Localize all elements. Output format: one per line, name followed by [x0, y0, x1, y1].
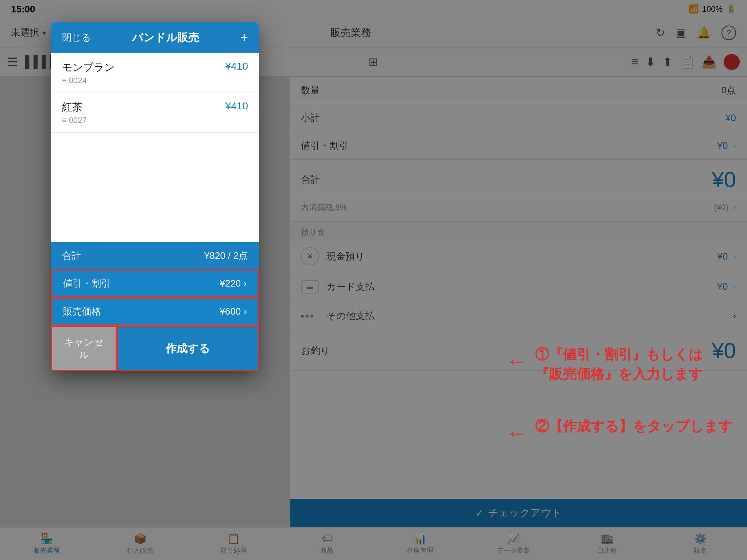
- callout-1: ← ①『値引・割引』もしくは『販売価格』を入力します: [535, 345, 732, 384]
- callout-area: ← ①『値引・割引』もしくは『販売価格』を入力します ← ②【作成する】をタップ…: [535, 345, 732, 436]
- modal-overlay: 閉じる バンドル販売 + モンブラン ¥410 ≡0024 紅茶 ¥410: [0, 0, 747, 560]
- modal-body: モンブラン ¥410 ≡0024 紅茶 ¥410 ≡0027: [51, 53, 259, 242]
- modal-title: バンドル販売: [132, 30, 199, 45]
- modal-item-1: 紅茶 ¥410 ≡0027: [51, 93, 259, 133]
- item-0-name: モンブラン: [62, 61, 115, 74]
- modal-cancel-button[interactable]: キャンセル: [51, 326, 117, 371]
- modal-item-0: モンブラン ¥410 ≡0024: [51, 53, 259, 93]
- modal-footer: 合計 ¥820 / 2点 値引・割引 -¥220 › 販売価格 ¥600 › キ…: [51, 242, 259, 371]
- item-1-name: 紅茶: [62, 100, 82, 114]
- modal-total-value: ¥820 / 2点: [204, 249, 248, 262]
- item-1-code: ≡0027: [62, 116, 248, 125]
- modal-price-value: ¥600 ›: [220, 306, 247, 317]
- modal-create-button[interactable]: 作成する: [117, 326, 259, 371]
- item-0-price: ¥410: [225, 61, 248, 72]
- bundle-modal: 閉じる バンドル販売 + モンブラン ¥410 ≡0024 紅茶 ¥410: [51, 22, 259, 371]
- callout-2: ← ②【作成する】をタップします: [535, 417, 732, 436]
- item-1-price: ¥410: [225, 100, 248, 112]
- modal-close-button[interactable]: 閉じる: [62, 31, 91, 44]
- item-0-code: ≡0024: [62, 76, 248, 85]
- modal-add-button[interactable]: +: [240, 30, 248, 45]
- modal-discount-row[interactable]: 値引・割引 -¥220 ›: [51, 269, 259, 298]
- callout-text-content: ①『値引・割引』もしくは『販売価格』を入力します: [535, 345, 732, 384]
- modal-header: 閉じる バンドル販売 +: [51, 22, 259, 53]
- callout-text-1: ①『値引・割引』もしくは『販売価格』を入力します: [535, 345, 732, 384]
- callout-arrow-1: ←: [506, 349, 528, 374]
- modal-empty-space: [51, 133, 259, 242]
- modal-discount-value: -¥220 ›: [217, 278, 247, 289]
- modal-price-row[interactable]: 販売価格 ¥600 ›: [51, 298, 259, 326]
- modal-total-label: 合計: [62, 249, 81, 262]
- callout-arrow-2: ←: [506, 420, 528, 446]
- modal-buttons: キャンセル 作成する: [51, 326, 259, 371]
- modal-discount-label: 値引・割引: [63, 277, 111, 290]
- callout-text-2: ②【作成する】をタップします: [535, 417, 732, 436]
- modal-total-row: 合計 ¥820 / 2点: [51, 242, 259, 269]
- modal-price-label: 販売価格: [63, 305, 101, 318]
